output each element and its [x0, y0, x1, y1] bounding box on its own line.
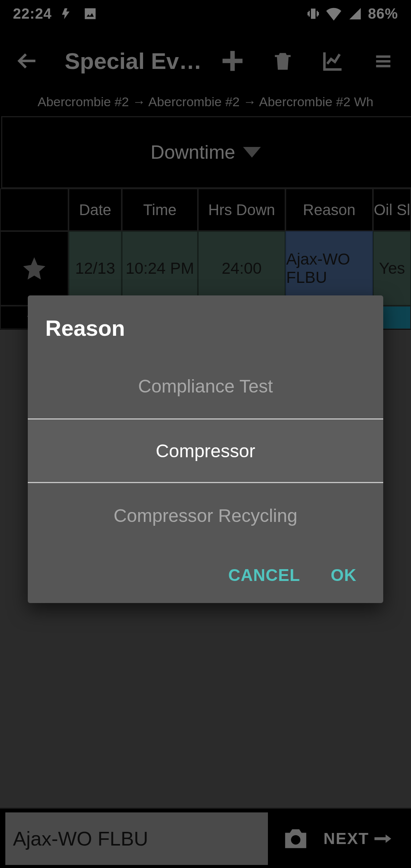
reason-picker[interactable]: Compliance Test Compressor Compressor Re… — [28, 354, 383, 548]
ok-button[interactable]: OK — [331, 566, 357, 585]
reason-option-selected[interactable]: Compressor — [28, 418, 383, 483]
reason-option[interactable]: Compliance Test — [28, 354, 383, 418]
reason-option[interactable]: Compressor Recycling — [28, 483, 383, 548]
dialog-title: Reason — [28, 295, 383, 354]
reason-dialog: Reason Compliance Test Compressor Compre… — [28, 295, 383, 603]
cancel-button[interactable]: CANCEL — [228, 566, 300, 585]
